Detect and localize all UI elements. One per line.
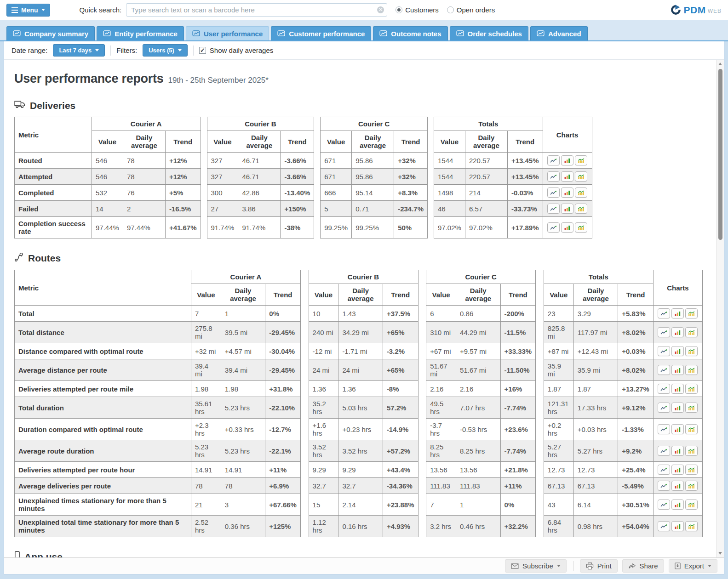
scroll-up-arrow[interactable]	[718, 62, 722, 65]
area-chart-button[interactable]	[685, 403, 698, 413]
value-cell: +0.2 hrs	[544, 419, 573, 440]
value-cell: 10	[309, 306, 338, 322]
tab-company-summary[interactable]: Company summary	[6, 26, 95, 40]
area-chart-button[interactable]	[685, 327, 698, 337]
line-chart-button[interactable]	[658, 465, 670, 475]
radio-customers[interactable]: Customers	[396, 6, 439, 14]
bar-chart-button[interactable]	[671, 403, 684, 413]
area-chart-button[interactable]	[685, 465, 698, 475]
tab-entity-performance[interactable]: Entity performance	[97, 26, 184, 40]
area-chart-button[interactable]	[575, 222, 587, 233]
bar-chart-button[interactable]	[671, 346, 684, 356]
export-button[interactable]: Export	[669, 559, 717, 573]
line-chart-button[interactable]	[658, 365, 670, 375]
line-chart-button[interactable]	[658, 521, 670, 531]
subscribe-button[interactable]: Subscribe	[505, 559, 567, 573]
area-chart-button[interactable]	[685, 384, 698, 394]
envelope-icon	[511, 563, 519, 569]
line-chart-button[interactable]	[547, 155, 560, 165]
line-chart-button[interactable]	[658, 346, 670, 356]
table-row: Distance compared with optimal route+32 …	[15, 343, 703, 359]
printer-icon	[586, 562, 594, 570]
column-gap	[536, 397, 544, 419]
area-chart-button[interactable]	[685, 365, 698, 375]
bar-chart-button[interactable]	[561, 222, 573, 233]
bar-chart-button[interactable]	[671, 465, 684, 475]
area-chart-button[interactable]	[685, 424, 698, 434]
line-chart-button[interactable]	[658, 308, 670, 318]
tab-customer-performance[interactable]: Customer performance	[271, 26, 371, 40]
area-chart-button[interactable]	[685, 446, 698, 456]
bar-chart-button[interactable]	[561, 187, 573, 198]
line-chart-button[interactable]	[658, 327, 670, 337]
tab-user-performance[interactable]: User performance	[186, 26, 269, 40]
line-chart-button[interactable]	[547, 171, 560, 182]
column-gap	[536, 322, 544, 343]
line-chart-button[interactable]	[547, 187, 560, 198]
area-chart-button[interactable]	[575, 155, 587, 165]
section-title: Routes	[28, 253, 61, 264]
tab-outcome-notes[interactable]: Outcome notes	[373, 26, 447, 40]
area-chart-button[interactable]	[685, 521, 698, 531]
line-chart-button[interactable]	[658, 500, 670, 510]
search-input[interactable]	[126, 3, 387, 17]
line-chart-button[interactable]	[547, 204, 560, 214]
charts-cell	[543, 201, 592, 217]
daily-average-cell: 220.57	[465, 153, 507, 169]
column-gap	[300, 322, 309, 343]
line-chart-button[interactable]	[547, 222, 560, 233]
print-button[interactable]: Print	[580, 559, 618, 573]
users-filter-dropdown[interactable]: Users (5)	[143, 44, 188, 57]
topbar: Menu Quick search: ✕ Customers Open orde…	[0, 0, 728, 20]
bar-chart-button[interactable]	[671, 500, 684, 510]
radio-open-orders-control[interactable]	[447, 6, 454, 13]
share-button[interactable]: Share	[622, 559, 664, 573]
scrollbar-thumb[interactable]	[718, 69, 722, 240]
trend-cell: +17.89%	[507, 217, 543, 238]
bar-chart-button[interactable]	[671, 446, 684, 456]
area-chart-button[interactable]	[685, 500, 698, 510]
bar-chart-button[interactable]	[671, 521, 684, 531]
area-chart-button[interactable]	[685, 346, 698, 356]
bar-chart-button[interactable]	[561, 171, 573, 182]
vertical-scrollbar[interactable]	[716, 60, 724, 557]
tab-order-schedules[interactable]: Order schedules	[450, 26, 528, 40]
area-chart-button[interactable]	[685, 481, 698, 491]
line-chart-button[interactable]	[658, 481, 670, 491]
metric-cell: Completion success rate	[15, 217, 92, 238]
metric-cell: Average route duration	[15, 440, 191, 462]
bar-chart-icon	[674, 385, 681, 393]
bar-chart-button[interactable]	[671, 365, 684, 375]
area-chart-button[interactable]	[575, 171, 587, 182]
column-gap	[201, 153, 207, 169]
line-chart-button[interactable]	[658, 424, 670, 434]
tab-advanced[interactable]: Advanced	[530, 26, 588, 40]
radio-customers-control[interactable]	[396, 6, 402, 13]
area-chart-button[interactable]	[685, 308, 698, 318]
trend-cell: +4.93%	[383, 516, 418, 537]
area-chart-button[interactable]	[575, 187, 587, 198]
line-chart-button[interactable]	[658, 403, 670, 413]
bar-chart-button[interactable]	[671, 481, 684, 491]
area-chart-button[interactable]	[575, 204, 587, 214]
bar-chart-button[interactable]	[561, 155, 573, 165]
print-label: Print	[597, 562, 612, 570]
date-range-subtitle: 19th - 25th September 2025*	[168, 76, 268, 85]
scroll-down-arrow[interactable]	[718, 552, 722, 555]
bar-chart-button[interactable]	[671, 308, 684, 318]
area-chart-icon	[688, 310, 695, 318]
bar-chart-button[interactable]	[671, 384, 684, 394]
daily-average-cell: 5.23 hrs	[221, 397, 265, 419]
table-row: Deliveries attempted per route mile1.981…	[15, 381, 703, 397]
show-daily-averages-checkbox[interactable]: ✓ Show daily averages	[199, 46, 273, 54]
bar-chart-button[interactable]	[671, 327, 684, 337]
bar-chart-button[interactable]	[671, 424, 684, 434]
bar-chart-button[interactable]	[561, 204, 573, 214]
table-row: Unexplained total time stationary for mo…	[15, 516, 703, 537]
menu-button[interactable]: Menu	[6, 4, 50, 17]
line-chart-button[interactable]	[658, 384, 670, 394]
date-range-dropdown[interactable]: Last 7 days	[53, 44, 105, 57]
line-chart-button[interactable]	[658, 446, 670, 456]
checkbox-control[interactable]: ✓	[199, 47, 206, 54]
radio-open-orders[interactable]: Open orders	[447, 6, 495, 14]
